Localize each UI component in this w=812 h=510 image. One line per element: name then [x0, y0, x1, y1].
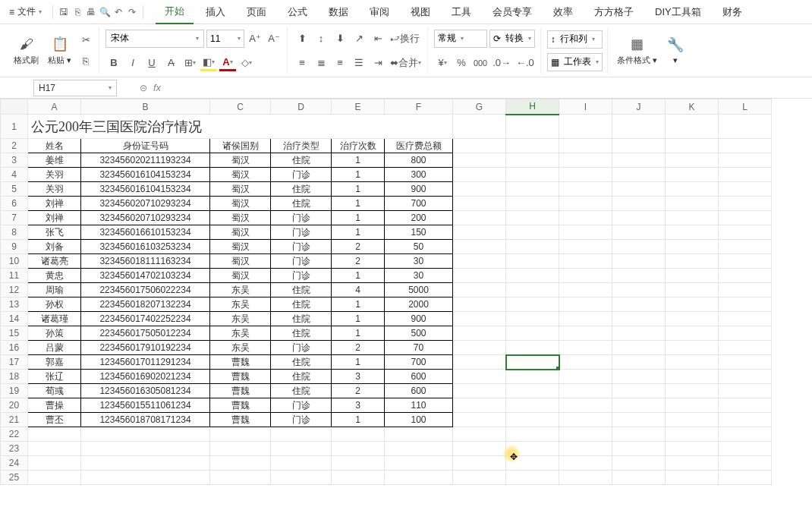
cell-D20[interactable]: 门诊: [271, 398, 332, 413]
cell-C14[interactable]: 东吴: [210, 312, 271, 326]
cell-B18[interactable]: 123456016902021234: [81, 370, 210, 384]
cond-format-button[interactable]: ▦ 条件格式 ▾: [614, 33, 660, 68]
cell-A16[interactable]: 吕蒙: [28, 341, 81, 355]
cell-K13[interactable]: [666, 298, 719, 312]
cell-D3[interactable]: 住院: [271, 153, 332, 168]
cell-E25[interactable]: [332, 471, 385, 485]
cell-L20[interactable]: [719, 398, 772, 413]
cut-button[interactable]: ✂: [77, 32, 94, 49]
cell-C16[interactable]: 东吴: [210, 341, 271, 355]
cell-B20[interactable]: 123456015511061234: [81, 398, 210, 413]
cell-A12[interactable]: 周瑜: [28, 283, 81, 298]
fx-icon[interactable]: fx: [153, 82, 161, 93]
cell-C3[interactable]: 蜀汉: [210, 153, 271, 168]
redo-icon[interactable]: ↷: [126, 6, 138, 18]
cell-F8[interactable]: 150: [385, 225, 453, 240]
cell-L13[interactable]: [719, 298, 772, 312]
cell-G19[interactable]: [453, 384, 506, 398]
cell-L3[interactable]: [719, 153, 772, 168]
col-header-L[interactable]: L: [719, 99, 772, 115]
cell-F3[interactable]: 800: [385, 153, 453, 168]
cell-A5[interactable]: 关羽: [28, 182, 81, 197]
cell-I12[interactable]: [559, 283, 612, 298]
cell-L6[interactable]: [719, 197, 772, 211]
cell-I11[interactable]: [559, 269, 612, 283]
cell-G17[interactable]: [453, 355, 506, 370]
cell-C13[interactable]: 东吴: [210, 298, 271, 312]
cell-E6[interactable]: 1: [332, 197, 385, 211]
row-header-19[interactable]: 19: [1, 384, 28, 398]
font-name-select[interactable]: 宋体 ▾: [105, 30, 204, 48]
border-button[interactable]: ⊞▾: [181, 55, 198, 71]
cell-F9[interactable]: 50: [385, 240, 453, 254]
cell-G18[interactable]: [453, 370, 506, 384]
cell-D9[interactable]: 门诊: [271, 240, 332, 254]
decrease-decimal-button[interactable]: ←.0: [515, 55, 536, 71]
cell-E22[interactable]: [332, 427, 385, 442]
cell-B17[interactable]: 123456017011291234: [81, 355, 210, 370]
cell-E5[interactable]: 1: [332, 182, 385, 197]
cell-E9[interactable]: 2: [332, 240, 385, 254]
cell-I9[interactable]: [559, 240, 612, 254]
tab-公式[interactable]: 公式: [279, 1, 316, 24]
cell-A4[interactable]: 关羽: [28, 168, 81, 182]
convert-button[interactable]: ⟳ 转换 ▾: [489, 30, 535, 48]
italic-button[interactable]: I: [124, 55, 141, 71]
cell-D15[interactable]: 住院: [271, 326, 332, 341]
cell-E24[interactable]: [332, 456, 385, 471]
cell-K7[interactable]: [666, 211, 719, 225]
cell-G24[interactable]: [453, 456, 506, 471]
cell-B4[interactable]: 323456016104153234: [81, 168, 210, 182]
col-header-C[interactable]: C: [210, 99, 271, 115]
cell-L15[interactable]: [719, 326, 772, 341]
cell-G7[interactable]: [453, 211, 506, 225]
comma-button[interactable]: 000: [472, 55, 489, 71]
cell-H14[interactable]: [506, 312, 559, 326]
row-header-2[interactable]: 2: [1, 139, 28, 153]
row-header-10[interactable]: 10: [1, 254, 28, 269]
underline-button[interactable]: U: [143, 55, 160, 71]
cell-K6[interactable]: [666, 197, 719, 211]
cell-A25[interactable]: [28, 471, 81, 485]
cell-E4[interactable]: 1: [332, 168, 385, 182]
col-header-K[interactable]: K: [666, 99, 719, 115]
cell-G14[interactable]: [453, 312, 506, 326]
cell-L24[interactable]: [719, 456, 772, 471]
cell-B6[interactable]: 323456020710293234: [81, 197, 210, 211]
cell-E15[interactable]: 1: [332, 326, 385, 341]
cell-I10[interactable]: [559, 254, 612, 269]
font-color-button[interactable]: A▾: [219, 55, 236, 71]
cell-H13[interactable]: [506, 298, 559, 312]
outdent-button[interactable]: ⇤: [370, 30, 386, 47]
cell-C10[interactable]: 蜀汉: [210, 254, 271, 269]
col-header-A[interactable]: A: [28, 99, 81, 115]
cell-B22[interactable]: [81, 427, 210, 442]
cell-J25[interactable]: [612, 471, 666, 485]
cell-G10[interactable]: [453, 254, 506, 269]
tab-开始[interactable]: 开始: [156, 0, 194, 24]
cell-B13[interactable]: 223456018207132234: [81, 298, 210, 312]
cell-A2[interactable]: 姓名: [28, 139, 81, 153]
cell-A24[interactable]: [28, 456, 81, 471]
cell-G8[interactable]: [453, 225, 506, 240]
cell-B24[interactable]: [81, 456, 210, 471]
row-header-5[interactable]: 5: [1, 182, 28, 197]
row-header-22[interactable]: 22: [1, 427, 28, 442]
undo-icon[interactable]: ↶: [112, 6, 124, 18]
cell-H5[interactable]: [506, 182, 559, 197]
cell-L14[interactable]: [719, 312, 772, 326]
cell-J7[interactable]: [612, 211, 666, 225]
spreadsheet-grid[interactable]: ABCDEFGHIJKL1公元200年三国医院治疗情况2姓名身份证号码诸侯国别治…: [0, 99, 812, 510]
cell-A20[interactable]: 曹操: [28, 398, 81, 413]
more-button[interactable]: 🔧 ▾: [663, 34, 688, 67]
cell-K23[interactable]: [666, 442, 719, 456]
cell-L21[interactable]: [719, 413, 772, 427]
cell-H1[interactable]: [506, 115, 559, 139]
cell-J13[interactable]: [612, 298, 666, 312]
cell-I14[interactable]: [559, 312, 612, 326]
print-icon[interactable]: 🖶: [85, 6, 97, 18]
cell-A10[interactable]: 诸葛亮: [28, 254, 81, 269]
cell-I18[interactable]: [559, 370, 612, 384]
cell-E19[interactable]: 2: [332, 384, 385, 398]
justify-button[interactable]: ☰: [351, 55, 367, 71]
